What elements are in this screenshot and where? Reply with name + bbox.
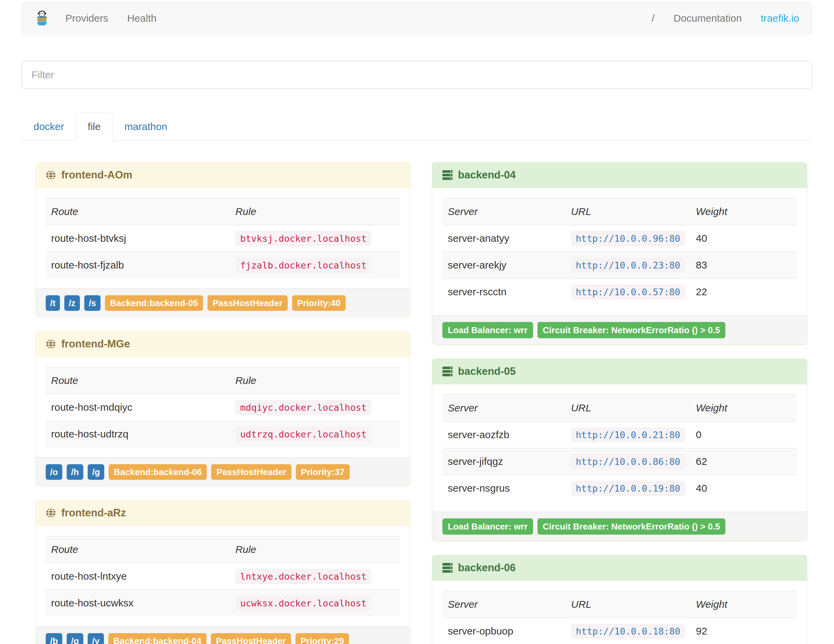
server-row: server-anatyy http://10.0.0.96:80 40 xyxy=(442,225,797,252)
frontend-badge: Backend:backend-05 xyxy=(105,295,203,311)
frontend-badge: PassHostHeader xyxy=(211,633,291,644)
server-url-code[interactable]: http://10.0.0.23:80 xyxy=(571,258,685,273)
column-header-url: URL xyxy=(566,395,690,422)
provider-content: frontend-AOm Route Rule route-host-btvks… xyxy=(22,162,812,644)
nav-link-health[interactable]: Health xyxy=(118,13,166,24)
frontend-badge: Priority:40 xyxy=(292,295,346,311)
server-row: server-aozfzb http://10.0.0.21:80 0 xyxy=(442,422,797,448)
server-row: server-jifqgz http://10.0.0.86:80 62 xyxy=(442,448,797,475)
frontend-badge: Priority:37 xyxy=(296,464,350,480)
backend-title: backend-06 xyxy=(458,562,516,574)
route-row: route-host-lntxye lntxye.docker.localhos… xyxy=(46,563,400,590)
traefik-dashboard: Providers Health / Documentation traefik… xyxy=(0,0,834,644)
backend-footer: Load Balancer: wrrCircuit Breaker: Netwo… xyxy=(432,315,807,345)
frontend-card-header: frontend-AOm xyxy=(36,162,410,188)
routes-table-header-row: Route Rule xyxy=(46,536,400,563)
column-header-url: URL xyxy=(566,591,690,618)
globe-icon xyxy=(46,339,56,349)
backend-title: backend-05 xyxy=(458,366,516,377)
server-url-code[interactable]: http://10.0.0.96:80 xyxy=(571,231,685,246)
tab-marathon[interactable]: marathon xyxy=(112,112,179,141)
route-name: route-host-udtrzq xyxy=(46,421,230,448)
path-tag: /h xyxy=(67,464,83,480)
frontend-footer: /o/h/gBackend:backend-06PassHostHeaderPr… xyxy=(36,458,410,486)
frontend-footer: /t/z/sBackend:backend-05PassHostHeaderPr… xyxy=(36,288,410,317)
rule-code: btvksj.docker.localhost xyxy=(235,231,371,246)
server-weight: 62 xyxy=(690,448,797,475)
path-tag: /b xyxy=(46,633,62,644)
servers-table-header-row: Server URL Weight xyxy=(442,395,797,422)
frontend-badge: Backend:backend-06 xyxy=(109,464,207,480)
backend-title: backend-04 xyxy=(458,169,516,181)
backend-card: backend-04 Server URL Weight server-anat… xyxy=(432,162,807,345)
globe-icon xyxy=(46,170,56,180)
navbar-left: Providers Health xyxy=(25,10,166,26)
server-row: server-rscctn http://10.0.0.57:80 22 xyxy=(442,279,797,306)
server-url-code[interactable]: http://10.0.0.57:80 xyxy=(571,285,685,299)
server-url-code[interactable]: http://10.0.0.18:80 xyxy=(571,624,685,639)
nav-link-path[interactable]: / xyxy=(642,13,664,24)
nav-link-documentation[interactable]: Documentation xyxy=(664,13,752,24)
path-tag: /g xyxy=(67,633,83,644)
server-name: server-opbuop xyxy=(442,618,566,644)
rule-code: mdqiyc.docker.localhost xyxy=(235,400,371,415)
server-name: server-nsgrus xyxy=(442,475,566,502)
column-header-rule: Rule xyxy=(230,198,400,225)
route-row: route-host-ucwksx ucwksx.docker.localhos… xyxy=(46,590,400,616)
rule-code: ucwksx.docker.localhost xyxy=(235,595,371,611)
frontend-badge: PassHostHeader xyxy=(207,295,288,311)
path-tag: /o xyxy=(46,464,62,480)
nav-link-traefik-io[interactable]: traefik.io xyxy=(752,13,809,24)
frontend-title: frontend-AOm xyxy=(61,169,133,181)
server-stack-icon xyxy=(442,563,453,573)
server-name: server-jifqgz xyxy=(442,448,566,475)
server-url-code[interactable]: http://10.0.0.19:80 xyxy=(571,481,685,496)
backend-card-header: backend-06 xyxy=(432,555,807,581)
routes-table: Route Rule route-host-mdqiyc mdqiyc.dock… xyxy=(46,367,400,447)
route-name: route-host-mdqiyc xyxy=(46,394,230,421)
column-header-rule: Rule xyxy=(230,367,400,394)
path-tag: /y xyxy=(88,633,104,644)
column-header-server: Server xyxy=(442,198,566,225)
route-name: route-host-lntxye xyxy=(46,563,230,590)
routes-table-header-row: Route Rule xyxy=(46,198,400,225)
backend-card-body: Server URL Weight server-anatyy http://1… xyxy=(432,188,807,315)
frontend-card-body: Route Rule route-host-btvksj btvksj.dock… xyxy=(36,188,410,288)
backend-card: backend-05 Server URL Weight server-aozf… xyxy=(432,359,807,541)
globe-icon xyxy=(46,508,56,518)
server-row: server-arekjy http://10.0.0.23:80 83 xyxy=(442,252,797,279)
route-name: route-host-fjzalb xyxy=(46,252,230,279)
frontend-badge: Priority:29 xyxy=(296,633,349,644)
route-name: route-host-btvksj xyxy=(46,225,230,252)
server-url-code[interactable]: http://10.0.0.21:80 xyxy=(571,427,685,443)
nav-link-providers[interactable]: Providers xyxy=(56,13,118,24)
server-row: server-opbuop http://10.0.0.18:80 92 xyxy=(442,618,797,644)
server-name: server-anatyy xyxy=(442,225,566,252)
rule-code: udtrzq.docker.localhost xyxy=(235,427,371,442)
route-row: route-host-fjzalb fjzalb.docker.localhos… xyxy=(46,252,400,279)
frontend-title: frontend-aRz xyxy=(61,507,126,519)
frontend-card-body: Route Rule route-host-mdqiyc mdqiyc.dock… xyxy=(36,357,410,458)
backend-badge: Circuit Breaker: NetworkErrorRatio () > … xyxy=(538,322,726,338)
route-row: route-host-btvksj btvksj.docker.localhos… xyxy=(46,225,400,252)
server-url-code[interactable]: http://10.0.0.86:80 xyxy=(571,454,685,469)
server-weight: 92 xyxy=(690,618,797,644)
servers-table: Server URL Weight server-aozfzb http://1… xyxy=(442,395,797,502)
column-header-weight: Weight xyxy=(690,591,797,618)
tab-file[interactable]: file xyxy=(76,112,112,141)
frontend-card: frontend-AOm Route Rule route-host-btvks… xyxy=(35,162,411,317)
backend-footer: Load Balancer: wrrCircuit Breaker: Netwo… xyxy=(432,511,807,541)
route-row: route-host-mdqiyc mdqiyc.docker.localhos… xyxy=(46,394,400,421)
servers-table-header-row: Server URL Weight xyxy=(442,198,797,225)
frontend-badge: Backend:backend-04 xyxy=(108,633,207,644)
path-tag: /t xyxy=(46,295,60,311)
frontend-card-header: frontend-aRz xyxy=(36,500,410,526)
column-header-weight: Weight xyxy=(690,395,797,422)
tab-docker[interactable]: docker xyxy=(22,112,76,141)
backend-card: backend-06 Server URL Weight server-opbu… xyxy=(432,555,807,644)
servers-table: Server URL Weight server-opbuop http://1… xyxy=(442,591,797,644)
filter-input[interactable] xyxy=(22,61,812,89)
rule-code: fjzalb.docker.localhost xyxy=(235,258,371,273)
routes-table: Route Rule route-host-lntxye lntxye.dock… xyxy=(46,536,400,616)
backend-card-body: Server URL Weight server-aozfzb http://1… xyxy=(432,384,807,511)
